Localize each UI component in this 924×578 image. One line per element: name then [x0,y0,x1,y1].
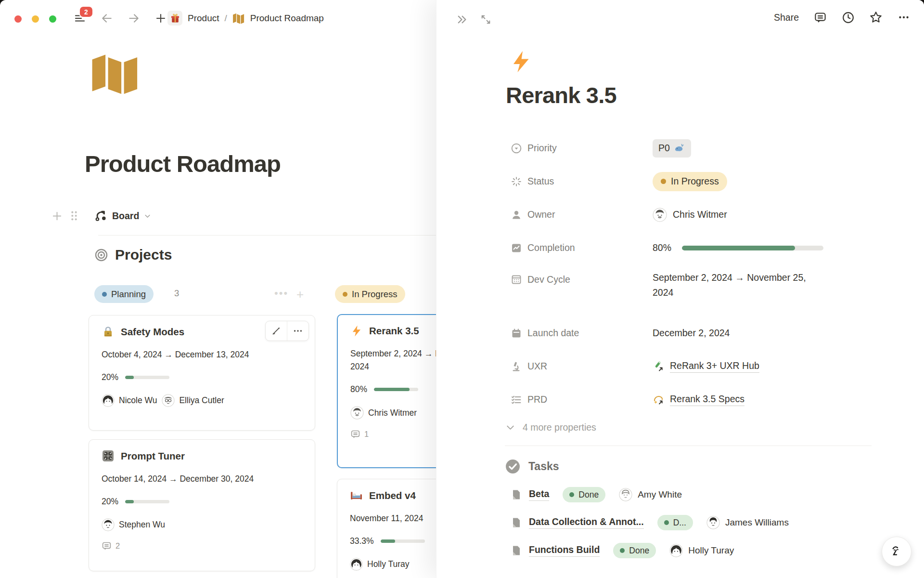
sidebar-toggle-button[interactable]: 2 [73,12,87,25]
plus-icon [155,13,167,24]
notion-ai-button[interactable] [882,537,911,566]
completion-percent: 80% [653,242,671,253]
whale-icon [674,143,685,154]
wand-page-icon [653,394,665,406]
dev-cycle-value: September 2, 2024 → November 25, 2024 [653,270,808,300]
property-row-completion[interactable]: Completion 80% [505,237,875,259]
group-header-planning[interactable]: Planning [94,285,154,303]
section-title: Projects [115,247,172,263]
task-assignee: Holly Turay [669,544,734,557]
avatar [653,208,667,222]
expand-page-icon[interactable] [479,13,492,26]
more-properties-label: 4 more properties [523,422,596,433]
forward-button[interactable] [127,12,141,25]
new-page-button[interactable] [154,12,167,25]
chevron-down-icon [505,422,516,433]
arrow-right-icon [128,12,140,25]
progress-bar [125,376,169,379]
breadcrumb-page[interactable]: Product Roadmap [250,13,324,24]
status-dot [569,492,574,497]
property-row-launch-date[interactable]: Launch date December 2, 2024 [505,322,875,344]
more-options-icon[interactable] [897,11,911,24]
task-name[interactable]: Beta [529,488,549,501]
assignee: Holly Turay [350,558,410,571]
ai-face-icon [889,544,904,559]
property-label: PRD [527,394,547,405]
minimize-window-button[interactable] [32,15,39,23]
group-label: Planning [111,289,146,300]
priority-value-pill[interactable]: P0 [653,139,691,158]
card-prompt-tuner[interactable]: Prompt Tuner October 14, 2024 → December… [89,439,315,571]
group-add-icon[interactable]: + [296,287,305,302]
card-title[interactable]: Embed v4 [369,490,416,501]
task-status-pill[interactable]: Done [613,543,656,558]
task-row[interactable]: Beta Done Amy White [505,484,875,505]
property-row-owner[interactable]: Owner Chris Witmer [505,204,875,225]
calendar-icon [511,274,522,285]
test-tube-page-icon [653,360,665,373]
window-controls [14,15,56,23]
assignee: Stephen Wu [102,518,165,531]
close-peek-icon[interactable] [455,13,468,26]
task-row[interactable]: Data Collection & Annot... D... James Wi… [505,512,875,533]
task-name[interactable]: Functions Build [529,544,600,557]
property-row-prd[interactable]: PRD Rerank 3.5 Specs [505,389,875,410]
prd-link[interactable]: Rerank 3.5 Specs [653,394,744,406]
drag-handle-icon[interactable] [67,209,81,223]
card-safety-modes[interactable]: Safety Modes October 4, 2024 → December … [89,315,315,431]
back-button[interactable] [100,12,114,25]
status-icon [511,176,522,187]
edit-icon[interactable] [266,321,287,341]
add-view-button[interactable] [50,209,64,223]
status-dot [620,548,625,553]
task-status-pill[interactable]: Done [563,487,605,502]
card-title[interactable]: Rerank 3.5 [369,325,419,337]
progress-percent: 20% [102,372,118,382]
task-status: Done [629,546,649,556]
owner-name[interactable]: Chris Witmer [673,209,727,220]
tasks-section-header: Tasks [505,459,875,474]
more-options-icon[interactable] [287,321,308,341]
property-label: Completion [527,242,575,253]
progress-bar [125,500,169,503]
calendar-filled-icon [511,328,522,339]
task-status: Done [578,490,599,500]
breadcrumb-workspace[interactable]: Product [188,13,219,24]
status-value-pill[interactable]: In Progress [653,172,727,191]
property-label: Status [527,176,554,187]
view-switcher[interactable]: Board [94,209,152,223]
more-properties-toggle[interactable]: 4 more properties [505,422,875,433]
page-title: Product Roadmap [85,150,281,177]
group-header-in-progress[interactable]: In Progress [335,285,405,303]
assignee: Elliya Cutler [162,394,224,407]
property-row-uxr[interactable]: UXR ReRank 3+ UXR Hub [505,355,875,377]
page-icon-map[interactable] [88,52,143,94]
property-row-dev-cycle[interactable]: Dev Cycle September 2, 2024 → November 2… [505,270,875,311]
uxr-link[interactable]: ReRank 3+ UXR Hub [653,360,759,373]
card-title[interactable]: Prompt Tuner [121,450,185,462]
task-assignee: James Williams [706,516,789,529]
notion-window: 2 Product / Product Roadmap [0,0,924,578]
group-count: 3 [174,288,179,299]
zoom-window-button[interactable] [49,15,56,23]
assignee-name: Chris Witmer [368,408,417,418]
status-dot [102,292,107,297]
task-name[interactable]: Data Collection & Annot... [529,516,644,529]
notification-badge: 2 [80,7,92,17]
progress-percent: 80% [350,384,367,394]
property-row-status[interactable]: Status In Progress [505,171,875,192]
group-options-icon[interactable]: ••• [274,287,288,300]
close-window-button[interactable] [14,15,22,23]
page-icon [511,545,522,556]
task-row[interactable]: Functions Build Done Holly Turay [505,540,875,561]
page-icon-lightning[interactable] [510,50,875,73]
card-title[interactable]: Safety Modes [121,326,184,338]
lightning-icon [350,325,363,337]
progress-bar [374,388,418,391]
checklist-icon [511,394,522,406]
property-row-priority[interactable]: Priority P0 [505,137,875,159]
card-date: October 14, 2024 → December 30, 2024 [102,474,302,484]
task-status-pill[interactable]: D... [657,515,693,530]
uxr-link-text: ReRank 3+ UXR Hub [670,360,759,373]
divider [505,446,872,446]
